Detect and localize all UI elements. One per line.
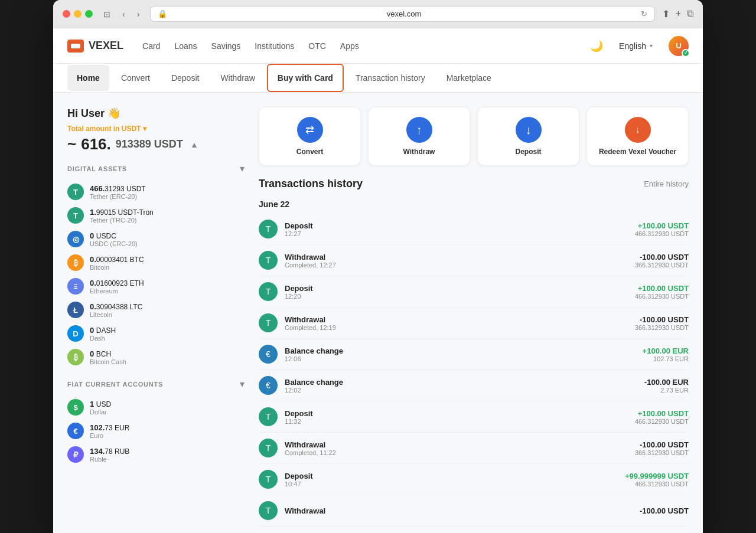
tx-primary-amount: -100.00 EUR [644,378,689,387]
sidebar: Hi User 👋 Total amount in USDT ▾ ~ 616.9… [67,107,245,527]
convert-label: Convert [296,148,323,156]
list-item: Ł 0.30904388 LTC Litecoin [67,298,245,322]
table-row: T Deposit 12:20 +100.00 USDT 466.312930 … [259,276,689,308]
tx-type: Balance change [285,346,636,355]
table-row: T Withdrawal -100.00 USDT [259,495,689,527]
list-item: ₿ 0.00003401 BTC Bitcoin [67,251,245,274]
close-button[interactable] [63,10,70,18]
rub-amount: 134.78 RUB [90,447,245,456]
share-icon[interactable]: ⬆ [662,8,670,19]
tx-time: Completed, 11:22 [285,449,628,456]
tx-primary-amount: +100.00 USDT [635,221,689,230]
reload-icon[interactable]: ↻ [641,9,647,18]
subnav-marketplace[interactable]: Marketplace [437,65,501,91]
nav-links: Card Loans Savings Institutions OTC Apps [142,41,359,51]
tx-type: Withdrawal [285,506,633,515]
subnav-convert[interactable]: Convert [112,65,159,91]
tx-amounts: -100.00 USDT 366.312930 USDT [635,440,689,456]
usdc-amount: 0 USDC [90,231,245,240]
entire-history-link[interactable]: Entire history [644,179,689,188]
digital-assets-header: DIGITAL ASSETS ▾ [67,163,245,174]
browser-chrome: ⊡ ‹ › 🔒 vexel.com ↻ ⬆ + ⧉ [53,0,703,28]
forward-button[interactable]: › [133,8,144,20]
nav-otc[interactable]: OTC [308,41,326,51]
nav-savings[interactable]: Savings [211,41,241,51]
tx-currency-icon: T [259,313,278,332]
subnav-transaction-history[interactable]: Transaction history [346,65,435,91]
bch-icon: ₿ [67,349,84,365]
table-row: T Deposit 11:32 +100.00 USDT 466.312930 … [259,401,689,433]
table-row: € Balance change 12:02 -100.00 EUR 2.73 … [259,370,689,401]
tx-info: Withdrawal Completed, 12:19 [285,315,628,331]
subnav-buy-with-card[interactable]: Buy with Card [267,64,344,92]
bch-amount: 0 BCH [90,349,245,358]
tx-amounts: +100.00 USDT 466.312930 USDT [635,284,689,300]
list-item: D 0 DASH Dash [67,322,245,345]
ltc-icon: Ł [67,302,84,318]
tabs-icon[interactable]: ⧉ [687,8,693,19]
tether-info: 466.31293 USDT Tether (ERC-20) [90,184,245,200]
back-button[interactable]: ‹ [119,8,129,20]
tx-time: 12:06 [285,355,636,362]
nav-loans[interactable]: Loans [174,41,197,51]
sidebar-toggle-button[interactable]: ⊡ [100,8,114,20]
tx-amounts: +99.999999 USDT 466.312930 USDT [625,472,689,488]
btc-amount: 0.00003401 BTC [90,255,245,264]
list-item: ₽ 134.78 RUB Ruble [67,443,245,466]
address-bar[interactable]: 🔒 vexel.com ↻ [150,6,654,22]
total-currency[interactable]: USDT ▾ [122,125,146,133]
table-row: T Withdrawal Completed, 12:27 -100.00 US… [259,245,689,276]
rub-icon: ₽ [67,446,84,463]
tx-info: Balance change 12:02 [285,378,637,394]
subnav-home[interactable]: Home [67,65,109,91]
tx-secondary-amount: 466.312930 USDT [635,418,689,425]
digital-assets-label: DIGITAL ASSETS [67,165,127,172]
tether-tron-icon: T [67,207,84,224]
convert-icon: ⇄ [297,117,323,143]
total-amount: ~ 616.913389 USDT ▲ [67,135,245,153]
dark-mode-toggle[interactable]: 🌙 [590,40,603,53]
language-text: English [619,41,646,51]
nav-card[interactable]: Card [142,41,160,51]
tx-type: Deposit [285,409,628,418]
tether-amount: 466.31293 USDT [90,184,245,193]
subnav-deposit[interactable]: Deposit [162,65,208,91]
action-withdraw[interactable]: ↑ Withdraw [368,107,470,166]
usdc-name: USDC (ERC-20) [90,240,245,247]
total-minor: 913389 USDT [116,138,183,151]
tx-currency-icon: T [259,439,278,457]
logo-icon [67,40,84,53]
browser-controls: ⊡ ‹ › [100,8,143,20]
usd-name: Dollar [90,408,245,416]
logo[interactable]: VEXEL [67,40,123,53]
tx-currency-icon: € [259,345,278,364]
btc-name: Bitcoin [90,264,245,271]
digital-assets-collapse[interactable]: ▾ [240,163,245,174]
tx-currency-icon: T [259,220,278,238]
nav-apps[interactable]: Apps [340,41,359,51]
tx-currency-icon: T [259,251,278,270]
action-deposit[interactable]: ↓ Deposit [477,107,579,166]
tx-secondary-amount: 366.312930 USDT [635,261,689,269]
new-tab-icon[interactable]: + [676,8,681,19]
action-convert[interactable]: ⇄ Convert [259,107,361,166]
tx-type: Balance change [285,378,637,387]
avatar[interactable]: U ✓ [669,36,689,56]
language-selector[interactable]: English ▾ [612,37,659,55]
tx-info: Deposit 11:32 [285,409,628,425]
action-redeem[interactable]: ↓ Redeem Vexel Voucher [586,107,689,166]
maximize-button[interactable] [85,10,93,18]
fiat-collapse[interactable]: ▾ [240,378,245,390]
lock-icon: 🔒 [158,9,167,18]
app: VEXEL Card Loans Savings Institutions OT… [53,28,703,533]
sidebar-collapse-button[interactable]: ▲ [190,140,198,149]
nav-institutions[interactable]: Institutions [255,41,294,51]
navbar: VEXEL Card Loans Savings Institutions OT… [53,28,703,64]
tx-type: Withdrawal [285,440,628,449]
subnav-withdraw[interactable]: Withdraw [211,65,264,91]
minimize-button[interactable] [74,10,82,18]
ltc-info: 0.30904388 LTC Litecoin [90,302,245,318]
ltc-name: Litecoin [90,311,245,318]
tether-icon: T [67,184,84,200]
transactions-panel: ⇄ Convert ↑ Withdraw ↓ Deposit ↓ Redeem … [259,107,689,527]
